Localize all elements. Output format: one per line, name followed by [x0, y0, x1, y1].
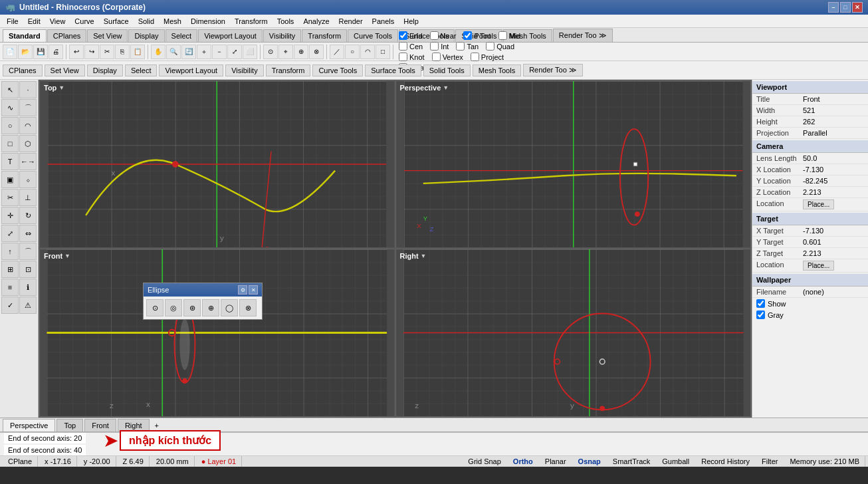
toolbar-tab-7[interactable]: Transform: [302, 29, 347, 42]
surface-button[interactable]: □: [376, 45, 390, 59]
toolbar2-tab-display[interactable]: Display: [87, 64, 123, 76]
warn-lt[interactable]: ⚠: [19, 297, 37, 314]
mesh-lt[interactable]: ⬦: [19, 171, 37, 188]
menu-item-dimension[interactable]: Dimension: [187, 16, 229, 27]
menu-item-tools[interactable]: Tools: [273, 16, 298, 27]
vp-tab-top[interactable]: Top: [56, 419, 83, 431]
sb-layer[interactable]: ● Layer 01: [196, 456, 243, 467]
poly2-lt[interactable]: ⬡: [19, 135, 37, 152]
undo-button[interactable]: ↩: [69, 45, 84, 59]
rp-gray-check[interactable]: [756, 310, 765, 319]
dialog-gear[interactable]: ⚙: [238, 285, 247, 295]
layer-lt[interactable]: ≡: [1, 279, 19, 296]
snap-lt[interactable]: ⊡: [19, 261, 37, 278]
toolbar2-tab-cplanes[interactable]: CPlanes: [3, 64, 43, 76]
point-tool[interactable]: ·: [19, 81, 37, 98]
point-check[interactable]: Point: [463, 31, 490, 40]
toolbar-tab-5[interactable]: Viewport Layout: [198, 29, 263, 42]
menu-item-surface[interactable]: Surface: [100, 16, 133, 27]
end-check[interactable]: End: [399, 31, 423, 40]
props-lt[interactable]: ℹ: [19, 279, 37, 296]
viewport-perspective-arrow[interactable]: ▼: [443, 84, 449, 91]
viewport-right[interactable]: Right ▼ z y: [395, 249, 752, 417]
sb-record-history[interactable]: Record History: [696, 456, 755, 467]
int-check[interactable]: Int: [430, 42, 449, 51]
curve-tool[interactable]: ∿: [1, 99, 19, 116]
toolbar2-tab-curve-tools[interactable]: Curve Tools: [312, 64, 363, 76]
rotate-button[interactable]: 🔄: [181, 45, 196, 59]
paste-button[interactable]: 📋: [130, 45, 145, 59]
cut-button[interactable]: ✂: [100, 45, 114, 59]
toolbar2-tab-set-view[interactable]: Set View: [45, 64, 85, 76]
tan-check[interactable]: Tan: [456, 42, 479, 51]
text-lt[interactable]: T: [1, 153, 19, 170]
pan-button[interactable]: ✋: [151, 45, 165, 59]
ellipse-dialog[interactable]: Ellipse ⚙ ✕ ⊙ ◎ ⊛ ⊕ ◯ ⊗: [143, 283, 263, 320]
menu-item-view[interactable]: View: [46, 16, 70, 27]
surface-lt[interactable]: ▣: [1, 171, 19, 188]
toolbar2-tab-mesh-tools[interactable]: Mesh Tools: [473, 64, 521, 76]
grid-lt[interactable]: ⊞: [1, 261, 19, 278]
dialog-close[interactable]: ✕: [249, 285, 258, 295]
sb-gumball[interactable]: Gumball: [657, 456, 695, 467]
viewport-right-arrow[interactable]: ▼: [421, 253, 427, 259]
zoom-window-button[interactable]: ⬜: [243, 45, 257, 59]
ellipse-tool-5[interactable]: ◯: [221, 299, 238, 316]
vertex-check[interactable]: Vertex: [432, 53, 463, 61]
menu-item-solid[interactable]: Solid: [134, 16, 158, 27]
split-lt[interactable]: ⊥: [19, 189, 37, 206]
cen-check[interactable]: Cen: [399, 42, 423, 51]
viewport-perspective[interactable]: Perspective ▼ X: [395, 80, 752, 249]
rp-show-check[interactable]: [756, 299, 765, 308]
menu-item-panels[interactable]: Panels: [368, 16, 399, 27]
trim-lt[interactable]: ✂: [1, 189, 19, 206]
dim-lt[interactable]: ←→: [19, 153, 37, 170]
quad-check[interactable]: Quad: [486, 42, 514, 51]
zoom-button[interactable]: 🔍: [166, 45, 181, 59]
toolbar-tab-4[interactable]: Select: [165, 29, 198, 42]
snap2[interactable]: ⌖: [278, 45, 293, 59]
toolbar2-tab-render-too-≫[interactable]: Render Too ≫: [523, 64, 583, 76]
toolbar2-tab-visibility[interactable]: Visibility: [225, 64, 264, 76]
arc-button[interactable]: ◠: [360, 45, 375, 59]
toolbar-tab-2[interactable]: Set View: [87, 29, 128, 42]
open-button[interactable]: 📂: [18, 45, 33, 59]
maximize-button[interactable]: □: [840, 2, 851, 13]
ellipse-tool-4[interactable]: ⊕: [202, 299, 219, 316]
snap1[interactable]: ⊙: [263, 45, 278, 59]
viewport-front-arrow[interactable]: ▼: [64, 253, 70, 259]
print-button[interactable]: 🖨: [49, 45, 63, 59]
zoom-in-button[interactable]: ＋: [197, 45, 211, 59]
close-button[interactable]: ✕: [852, 2, 863, 13]
menu-item-render[interactable]: Render: [335, 16, 367, 27]
toolbar-tab-0[interactable]: Standard: [3, 29, 47, 42]
minimize-button[interactable]: –: [828, 2, 839, 13]
snap3[interactable]: ⊕: [294, 45, 308, 59]
sb-osnap[interactable]: Osnap: [573, 456, 606, 467]
menu-item-help[interactable]: Help: [399, 16, 423, 27]
toolbar-tab-1[interactable]: CPlanes: [47, 29, 87, 42]
check-lt[interactable]: ✓: [1, 297, 19, 314]
sb-smarttrack[interactable]: SmartTrack: [607, 456, 655, 467]
toolbar2-tab-solid-tools[interactable]: Solid Tools: [423, 64, 471, 76]
viewport-front[interactable]: Front ▼ z x: [39, 249, 395, 417]
extrude-lt[interactable]: ↑: [1, 243, 19, 260]
toolbar2-tab-select[interactable]: Select: [125, 64, 158, 76]
toolbar-tab-8[interactable]: Curve Tools: [348, 29, 398, 42]
toolbar2-tab-viewport-layout[interactable]: Viewport Layout: [159, 64, 223, 76]
circle-lt[interactable]: ○: [1, 117, 19, 134]
save-button[interactable]: 💾: [33, 45, 48, 59]
circle-button[interactable]: ○: [345, 45, 360, 59]
zoom-out-button[interactable]: －: [212, 45, 227, 59]
rect-lt[interactable]: □: [1, 135, 19, 152]
ellipse-tool-3[interactable]: ⊛: [183, 299, 201, 316]
menu-item-transform[interactable]: Transform: [231, 16, 272, 27]
project-check[interactable]: Project: [471, 53, 504, 61]
menu-item-edit[interactable]: Edit: [24, 16, 45, 27]
sb-gridsnap[interactable]: Grid Snap: [463, 456, 506, 467]
select-tool[interactable]: ↖: [1, 81, 19, 98]
move-lt[interactable]: ✛: [1, 207, 19, 224]
zoom-all-button[interactable]: ⤢: [227, 45, 242, 59]
toolbar2-tab-transform[interactable]: Transform: [266, 64, 311, 76]
toolbar2-tab-surface-tools[interactable]: Surface Tools: [365, 64, 421, 76]
